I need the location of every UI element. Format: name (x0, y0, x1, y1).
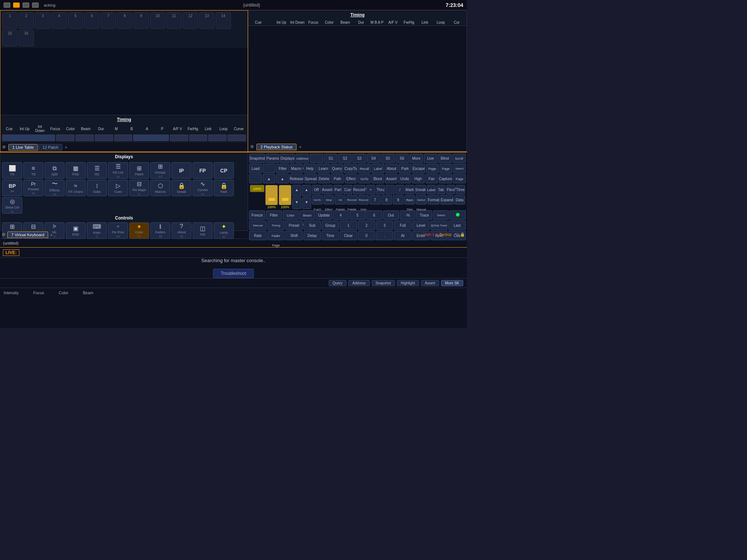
btn-macro[interactable]: Macro (290, 164, 303, 173)
btn-split[interactable]: ⧉ Split (44, 162, 65, 179)
cue-slot-11[interactable]: 11 (166, 12, 182, 29)
btn-rate[interactable]: Rate (249, 231, 267, 240)
btn-more-sk-bottom[interactable]: More SK (441, 280, 463, 286)
btn-filter-6[interactable]: Filter (266, 210, 282, 220)
search-input[interactable] (3, 241, 464, 245)
btn-7[interactable]: 7 (369, 195, 380, 205)
btn-record-only[interactable]: Record Only (358, 195, 369, 205)
btn-assert-r[interactable]: Assert (385, 174, 398, 183)
cue-slot-1[interactable]: 1 (2, 12, 18, 29)
btn-path[interactable]: Path (331, 174, 344, 183)
btn-fp[interactable]: FP (193, 162, 213, 179)
btn-effect[interactable]: Effect (345, 174, 357, 183)
cue-slot-6[interactable]: 6 (84, 12, 100, 29)
btn-groups[interactable]: ⊞ Groups 17 (150, 162, 170, 179)
btn-sub[interactable]: Sub (303, 221, 321, 230)
btn-minus-pct[interactable]: -% (400, 210, 416, 220)
btn-about[interactable]: ? About 29 (171, 222, 191, 239)
btn-s5[interactable]: S5 (381, 153, 395, 163)
btn-sneak-r[interactable]: Sneak (415, 185, 426, 194)
btn-clear[interactable]: Clear (340, 231, 357, 240)
btn-filter-2[interactable]: Filter (276, 164, 289, 173)
btn-update[interactable]: Update (316, 210, 332, 220)
btn-beam-palette[interactable]: Beam Palette (299, 210, 316, 220)
cue-slot-4[interactable]: 4 (51, 12, 67, 29)
btn-load[interactable]: Load (249, 164, 262, 173)
btn-assert-2[interactable]: Assert (322, 185, 333, 194)
btn-record-palette[interactable]: Record Palette (347, 195, 357, 205)
btn-select-address[interactable]: Select Address (433, 210, 449, 220)
tab-live-table[interactable]: 1 Live Table (8, 144, 38, 151)
btn-int-palette[interactable]: Int Palette (335, 195, 346, 205)
btn-highlight-bottom[interactable]: Highlight (397, 280, 419, 286)
btn-keys[interactable]: ⌨ Keys 7 (87, 222, 107, 239)
btn-intensity[interactable]: Intensity (4, 291, 19, 295)
btn-thru[interactable]: Thru (376, 185, 385, 194)
gear-icon-left[interactable]: ⚙ (2, 145, 6, 149)
btn-block[interactable]: Block (371, 174, 384, 183)
tab-patch[interactable]: 12 Patch (39, 144, 62, 151)
btn-pr[interactable]: Pr Presets 25 (23, 180, 43, 196)
btn-copyto[interactable]: CopyTo (344, 164, 357, 173)
btn-tab[interactable]: Tab (437, 185, 446, 194)
btn-ts[interactable]: ⬜ TS (2, 162, 22, 179)
cue-slot-3[interactable]: 3 (35, 12, 50, 29)
btn-s3[interactable]: S3 (352, 153, 366, 163)
btn-hst[interactable]: ◫ Hst (193, 222, 213, 239)
btn-3[interactable]: 3 (376, 221, 394, 230)
troubleshoot-button[interactable]: Troubleshoot (213, 269, 254, 278)
btn-live[interactable]: Live (424, 153, 437, 163)
btn-time-r[interactable]: Time (322, 231, 339, 240)
btn-blind[interactable]: Blind (438, 153, 452, 163)
btn-arrow-up-fader-2[interactable]: ▲ (302, 185, 311, 197)
btn-snapshot[interactable]: Snapshot (249, 153, 265, 163)
gear-icon-right[interactable]: ⚙ (250, 144, 254, 149)
btn-showcrl[interactable]: ◎ Show Ctrl 11 (2, 197, 22, 214)
btn-page-down-r[interactable]: Page Down (453, 174, 466, 183)
window-icon-1[interactable] (4, 3, 10, 8)
btn-level[interactable]: Level (412, 221, 430, 230)
fader-left[interactable]: 100% (265, 185, 278, 209)
btn-arrow-up-1[interactable]: ▲ (263, 174, 275, 183)
btn-preset[interactable]: Preset (285, 221, 303, 230)
btn-s2[interactable]: S2 (338, 153, 352, 163)
timing-input-3[interactable] (95, 135, 113, 141)
btn-page-down[interactable]: Page Down (440, 164, 452, 173)
btn-5[interactable]: 5 (349, 210, 365, 220)
tab-playback[interactable]: 2 Playback Status (256, 144, 297, 150)
btn-1[interactable]: 1 (340, 221, 357, 230)
btn-manual-override[interactable]: Manual Override (249, 221, 267, 230)
btn-hs-list[interactable]: ☰ HS List 14 (108, 162, 128, 179)
btn-query-bottom[interactable]: Query (329, 280, 347, 286)
btn-select-page-right[interactable]: Select Page Right (453, 164, 466, 173)
btn-focus[interactable]: Focus (33, 291, 44, 295)
cue-slot-7[interactable]: 7 (101, 12, 116, 29)
btn-freeze[interactable]: Freeze (249, 210, 265, 220)
window-icon-2[interactable] (13, 3, 20, 8)
btn-patch[interactable]: ⊞ Patch (129, 162, 149, 179)
timing-input-2[interactable] (76, 135, 94, 141)
btn-format[interactable]: Format (427, 195, 440, 205)
btn-arrow-down-fader-2[interactable]: ▼ (302, 197, 311, 209)
btn-address-bottom[interactable]: Address (348, 280, 370, 286)
btn-assert-bottom[interactable]: Assert (421, 280, 439, 286)
btn-goto-cueo[interactable]: GoTo CueO (312, 195, 323, 205)
timing-input-8[interactable] (228, 135, 246, 141)
btn-ip[interactable]: IP (171, 162, 191, 179)
btn-scroll-lock[interactable]: Scroll Lock (452, 153, 466, 163)
btn-learn[interactable]: Learn (317, 164, 330, 173)
btn-color[interactable]: ● Color 27 (129, 222, 149, 239)
btn-select-manual[interactable]: Select Manual (416, 195, 427, 205)
btn-capture[interactable]: Capture (439, 174, 453, 183)
btn-query[interactable]: Query (330, 164, 343, 173)
btn-2[interactable]: 2 (358, 221, 375, 230)
btn-mark[interactable]: Mark (405, 185, 414, 194)
cue-slot-12[interactable]: 12 (183, 12, 198, 29)
btn-label-last[interactable]: Label Last (427, 185, 436, 194)
btn-help[interactable]: Help (303, 164, 316, 173)
btn-params[interactable]: Params (266, 153, 279, 163)
timing-input-7[interactable] (208, 135, 227, 141)
btn-group[interactable]: Group (322, 221, 339, 230)
btn-fan[interactable]: Fan (425, 174, 438, 183)
fader-right-track[interactable] (279, 185, 291, 205)
